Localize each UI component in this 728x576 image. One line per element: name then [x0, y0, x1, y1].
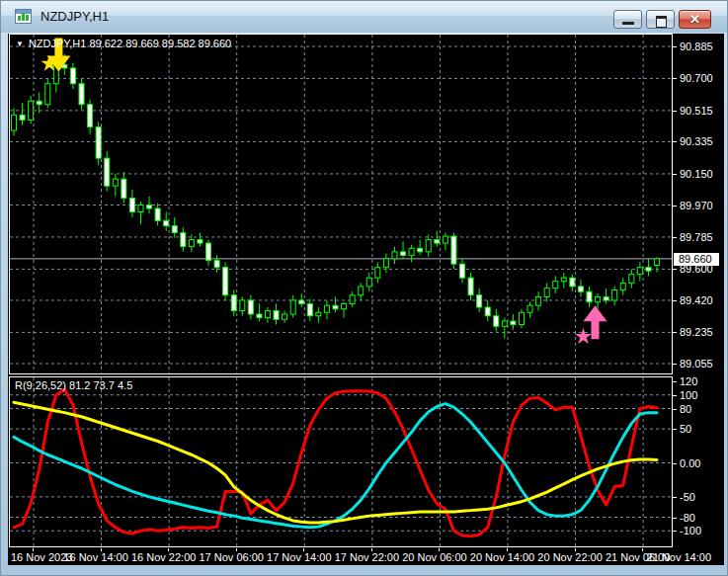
time-axis-label: 17 Nov 22:00 — [335, 551, 399, 563]
candlestick-chart-canvas[interactable] — [10, 35, 672, 373]
axis-tick — [673, 409, 677, 410]
time-axis-label: 16 Nov 22:00 — [131, 551, 196, 563]
indicator-label: R(9,26,52) 81.2 73.7 4.5 — [15, 379, 132, 391]
axis-tick — [673, 141, 677, 142]
candle — [426, 234, 431, 257]
indicator-line — [14, 402, 657, 523]
price-axis-label: 89.600 — [680, 263, 713, 275]
indicator-chart-canvas[interactable] — [10, 377, 672, 546]
candle — [155, 204, 160, 226]
price-axis-label: 89.235 — [680, 326, 713, 338]
candle — [299, 293, 304, 307]
price-axis-label: 90.150 — [680, 168, 713, 180]
indicator-panel[interactable]: R(9,26,52) 81.2 73.7 4.5 — [9, 376, 673, 547]
time-axis-label: 20 Nov 14:00 — [470, 551, 534, 563]
candle — [561, 273, 566, 288]
candle — [20, 103, 25, 125]
price-axis-label: 89.055 — [680, 358, 713, 370]
time-axis-label: 17 Nov 14:00 — [267, 551, 331, 563]
axis-tick — [673, 78, 677, 79]
candle — [12, 108, 17, 135]
indicator-axis-label: 0.00 — [680, 457, 700, 469]
minimize-icon — [622, 22, 634, 25]
axis-tick — [673, 206, 677, 206]
price-axis[interactable]: 89.660 90.88590.70090.51590.33590.15089.… — [673, 34, 724, 565]
time-axis[interactable]: 16 Nov 202316 Nov 14:0016 Nov 22:0017 No… — [9, 548, 724, 565]
candle — [392, 247, 397, 265]
time-axis-label: 20 Nov 22:00 — [537, 551, 602, 563]
indicator-axis-label: -80 — [680, 512, 695, 524]
axis-tick — [673, 395, 677, 396]
restore-button[interactable] — [646, 10, 675, 29]
candle — [578, 280, 583, 297]
candle — [544, 283, 549, 301]
axis-tick — [673, 174, 677, 175]
candle — [620, 278, 625, 295]
candle — [629, 269, 634, 288]
axis-tick — [673, 269, 677, 270]
indicator-axis-label: 100 — [680, 389, 697, 401]
candle — [485, 300, 490, 321]
window-title: NZDJPY,H1 — [40, 9, 109, 24]
candle — [37, 92, 41, 113]
price-axis-label: 90.515 — [680, 105, 713, 117]
price-axis-label: 89.785 — [680, 231, 713, 243]
time-axis-label: 16 Nov 14:00 — [63, 551, 127, 563]
candle — [418, 240, 423, 256]
candle — [307, 298, 312, 321]
candle — [553, 276, 558, 293]
candle — [223, 262, 228, 300]
candle — [105, 151, 110, 191]
axis-tick — [673, 300, 677, 301]
candle — [375, 262, 380, 283]
candle — [468, 273, 473, 300]
close-button[interactable]: ✕ — [679, 10, 711, 29]
chart-window-icon — [15, 9, 32, 24]
candle — [138, 202, 143, 224]
price-axis-label: 89.970 — [680, 200, 713, 211]
indicator-axis-label: -100 — [680, 525, 701, 536]
candle — [45, 78, 50, 108]
candle — [70, 63, 75, 89]
titlebar[interactable]: NZDJPY,H1 ✕ — [1, 1, 728, 33]
candle — [477, 288, 482, 313]
candle — [451, 233, 456, 270]
candle — [29, 96, 34, 123]
candle — [443, 233, 447, 251]
axis-tick — [673, 46, 677, 47]
indicator-axis-label: 50 — [680, 423, 691, 435]
candle — [265, 307, 270, 323]
close-icon: ✕ — [680, 12, 710, 27]
candle — [383, 254, 388, 273]
candle — [350, 291, 355, 307]
candle — [342, 302, 347, 318]
candle — [511, 314, 516, 330]
chart-ohlc-header: ▼NZDJPY,H1 89.622 89.669 89.582 89.660 — [16, 38, 231, 49]
candle — [290, 295, 295, 318]
minimize-button[interactable] — [613, 10, 642, 29]
candle — [240, 296, 245, 315]
candle — [655, 257, 660, 272]
price-chart-panel[interactable]: ▼NZDJPY,H1 89.622 89.669 89.582 89.660 — [9, 34, 673, 374]
candle — [459, 259, 464, 284]
axis-tick — [673, 111, 677, 112]
candle — [231, 289, 236, 315]
candle — [502, 318, 507, 339]
chart-window: NZDJPY,H1 ✕ ▼NZDJPY,H1 89.622 89.669 89.… — [0, 0, 728, 576]
indicator-axis-label: 80 — [680, 403, 691, 415]
candle — [147, 197, 152, 214]
candle — [248, 295, 253, 320]
axis-tick — [673, 381, 677, 382]
price-axis-label: 90.335 — [680, 135, 713, 147]
candle — [519, 309, 524, 328]
axis-tick — [673, 463, 677, 464]
axis-tick — [673, 237, 677, 238]
restore-icon — [656, 16, 667, 28]
axis-tick — [673, 518, 677, 519]
candle — [316, 307, 321, 323]
candle — [333, 296, 338, 312]
candle — [283, 311, 287, 323]
candle — [88, 100, 93, 134]
symbol-dropdown-icon[interactable]: ▼ — [16, 40, 24, 48]
candle — [164, 212, 169, 231]
